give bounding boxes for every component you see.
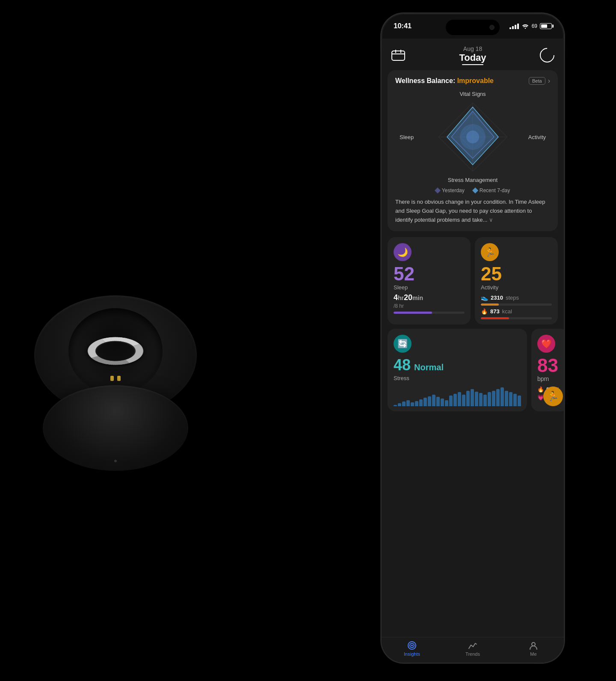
radar-label-top: Vital Signs	[459, 91, 486, 97]
sleep-score-row: 52	[394, 265, 465, 283]
svg-point-17	[532, 642, 535, 646]
sleep-label: Sleep	[394, 284, 465, 291]
signal-bar-1	[509, 27, 511, 29]
signal-icon	[509, 23, 519, 29]
activity-icon-circle: 🏃	[481, 243, 499, 261]
steps-progress-fill	[481, 303, 499, 306]
metrics-row-1: 🌙 52 Sleep 4hr20min /8 hr	[388, 237, 558, 324]
stress-bar	[394, 405, 397, 407]
chevron-right-icon[interactable]: ›	[548, 77, 550, 85]
stress-icon-circle: 🔄	[394, 335, 412, 353]
sleep-progress-bar	[394, 312, 465, 314]
legend-recent: Recent 7-day	[473, 187, 510, 193]
stress-bar	[419, 399, 423, 407]
ring-device	[26, 120, 205, 471]
wifi-icon	[521, 24, 529, 29]
app-content: Aug 18 Today Wellness Balance: Improvabl…	[382, 39, 564, 663]
heart-icon: ❤️	[541, 339, 552, 349]
hr-unit: bpm	[537, 375, 549, 382]
app-nav: Aug 18 Today	[382, 39, 564, 70]
nav-insights[interactable]: Insights	[382, 641, 442, 657]
stress-bar-chart	[394, 385, 521, 406]
wellness-desc-text: There is no obvious change in your condi…	[395, 199, 545, 223]
stress-bar	[471, 389, 474, 406]
legend-yesterday: Yesterday	[435, 187, 465, 193]
sleep-hr-label: hr	[398, 294, 404, 301]
sleep-min-val: 20	[404, 293, 412, 302]
nav-trends[interactable]: Trends	[442, 641, 503, 657]
stress-bar	[415, 401, 418, 407]
refresh-icon[interactable]	[537, 45, 557, 65]
sleep-card[interactable]: 🌙 52 Sleep 4hr20min /8 hr	[388, 237, 471, 324]
scroll-content[interactable]: Wellness Balance: Improvable Beta › Vita…	[382, 70, 564, 645]
wellness-header: Wellness Balance: Improvable Beta ›	[395, 77, 550, 85]
stress-card[interactable]: 🔄 48 Normal Stress	[388, 329, 527, 411]
legend-recent-label: Recent 7-day	[480, 187, 510, 193]
svg-rect-1	[392, 51, 405, 60]
sleep-hours: 4hr20min	[394, 293, 423, 302]
wellness-status: Improvable	[457, 77, 494, 84]
base-indicator	[114, 460, 117, 462]
sleep-min-label: min	[412, 294, 423, 301]
svg-point-16	[411, 645, 413, 646]
nav-date: Aug 18	[463, 45, 482, 52]
beta-badge: Beta	[529, 77, 545, 85]
wellness-description: There is no obvious change in your condi…	[395, 198, 550, 224]
title-underline	[462, 64, 483, 65]
stress-value: 48	[394, 356, 411, 374]
fire-icon: 🔥	[481, 308, 488, 315]
flame-icon: 🔥	[537, 386, 544, 393]
heart-rate-card[interactable]: ❤️ 83 bpm 🔥 94 %	[531, 329, 564, 411]
activity-steps: 👟 2310 steps 🔥 873 kcal	[481, 294, 552, 319]
stress-bar	[462, 395, 465, 407]
status-time: 10:41	[394, 22, 412, 30]
stress-bar	[449, 396, 453, 407]
status-icons: 69	[509, 23, 552, 29]
stress-bar	[513, 394, 517, 406]
signal-bar-2	[512, 26, 514, 29]
svg-point-13	[466, 131, 479, 143]
nav-me[interactable]: Me	[503, 641, 564, 657]
wellness-beta-row: Beta ›	[529, 77, 550, 85]
kcal-row: 🔥 873 kcal	[481, 308, 552, 315]
pin	[117, 376, 121, 381]
activity-score-row: 25	[481, 265, 552, 283]
stress-bar	[398, 403, 401, 406]
connector-pins	[110, 376, 121, 381]
radar-legend: Yesterday Recent 7-day	[395, 187, 550, 193]
sleep-progress-fill	[394, 312, 432, 314]
stress-bar	[475, 392, 478, 407]
stress-value-row: 48 Normal	[394, 356, 521, 374]
nav-insights-label: Insights	[404, 651, 420, 657]
bottom-nav: Insights Trends Me	[382, 637, 564, 663]
stress-bar	[406, 400, 410, 407]
battery-fill	[541, 24, 547, 28]
stress-label: Stress	[394, 375, 521, 381]
recent-diamond-icon	[472, 187, 478, 193]
phone: 10:41 69	[381, 13, 565, 663]
activity-fab[interactable]: 🏃	[543, 387, 563, 406]
camera	[489, 25, 495, 30]
battery-pct-label: 69	[532, 23, 537, 29]
kcal-progress-bar	[481, 317, 552, 319]
shoe-icon: 👟	[481, 294, 488, 301]
stress-icon: 🔄	[397, 339, 408, 349]
steps-unit: steps	[506, 294, 519, 301]
signal-bar-4	[517, 24, 519, 29]
activity-card[interactable]: 🏃 25 Activity 👟 2310 steps	[475, 237, 558, 324]
stress-bar	[441, 398, 444, 406]
stress-bar	[509, 392, 512, 406]
nav-title: Today	[459, 52, 486, 63]
stress-bar	[428, 396, 431, 407]
metrics-row-2: 🔄 48 Normal Stress ❤️	[388, 329, 558, 411]
stress-bar	[500, 387, 504, 406]
pin	[110, 376, 114, 381]
expand-icon[interactable]: ∨	[489, 217, 493, 223]
dynamic-island	[446, 20, 500, 35]
stress-bar	[505, 391, 508, 407]
wellness-card[interactable]: Wellness Balance: Improvable Beta › Vita…	[388, 70, 558, 231]
charger-base	[43, 385, 188, 471]
sleep-icon: 🌙	[397, 247, 408, 257]
calendar-icon[interactable]	[391, 49, 406, 61]
stress-bar	[466, 391, 470, 407]
